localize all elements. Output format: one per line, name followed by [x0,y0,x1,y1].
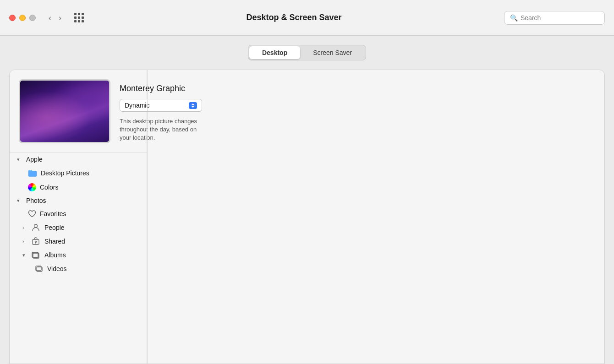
sidebar-item-videos[interactable]: Videos [10,262,147,276]
chevron-down-icon: ▾ [17,157,23,163]
left-panel: Monterey Graphic Dynamic This desktop pi… [10,70,147,364]
titlebar: ‹ › Desktop & Screen Saver 🔍 [0,0,614,36]
shared-icon [32,237,40,245]
chevron-down-icon: ▾ [22,252,29,258]
grid-dot [74,20,77,22]
tab-bar: Desktop Screen Saver [9,45,605,60]
search-icon: 🔍 [510,14,518,22]
window-controls [9,15,36,21]
video-album-icon [35,265,44,273]
sidebar-item-albums[interactable]: ▾ Albums [10,248,147,262]
close-button[interactable] [9,15,16,21]
wallpaper-preview[interactable] [19,79,110,143]
sidebar-item-desktop-pictures-label: Desktop Pictures [41,169,89,177]
sidebar-item-people-label: People [44,224,65,231]
search-input[interactable] [521,14,594,22]
description-text: This desktop picture changes throughout … [120,117,202,142]
main-content: Desktop Screen Saver Monterey Graphic Dy… [0,36,614,364]
arrow-down-icon [191,106,195,108]
dropdown-value: Dynamic [125,102,186,109]
svg-rect-1 [33,239,39,244]
chevron-down-icon: ▾ [17,198,23,204]
chevron-right-icon: › [22,225,29,230]
dropdown-arrows [189,102,197,109]
forward-button[interactable]: › [57,13,63,23]
sidebar-item-albums-label: Albums [44,251,66,259]
wallpaper-preview-image [20,81,109,142]
sidebar-item-colors-label: Colors [40,184,58,191]
album-icon [32,251,40,259]
grid-view-button[interactable] [74,13,84,22]
folder-icon [28,168,37,178]
back-button[interactable]: ‹ [47,13,53,23]
sidebar-item-shared[interactable]: › Shared [10,234,147,248]
search-box[interactable]: 🔍 [504,11,605,25]
grid-dot [78,16,80,19]
heart-icon [28,210,36,218]
sidebar-list: ▾ Apple Desktop Pictures Co [10,153,147,280]
dynamic-dropdown[interactable]: Dynamic [120,99,202,112]
grid-dot [74,16,77,19]
tab-desktop[interactable]: Desktop [249,46,300,59]
tab-group: Desktop Screen Saver [248,45,366,60]
colors-icon [28,183,36,191]
wallpaper-name: Monterey Graphic [120,84,202,93]
grid-dot [82,20,84,22]
sidebar-item-favorites-label: Favorites [40,210,66,217]
sidebar-item-videos-label: Videos [47,265,67,272]
sidebar-section-apple[interactable]: ▾ Apple [10,153,147,166]
sidebar-item-colors[interactable]: Colors [10,180,147,194]
grid-dot [82,13,84,15]
sidebar-item-favorites[interactable]: Favorites [10,207,147,221]
sidebar-section-photos[interactable]: ▾ Photos [10,194,147,207]
preview-info: Monterey Graphic Dynamic This desktop pi… [120,79,202,143]
tab-screen-saver[interactable]: Screen Saver [300,46,365,59]
nav-buttons: ‹ › [47,13,63,23]
preview-area: Monterey Graphic Dynamic This desktop pi… [10,70,147,153]
grid-dot [74,13,77,15]
grid-dot [78,13,80,15]
sidebar-item-desktop-pictures[interactable]: Desktop Pictures [10,166,147,180]
split-layout: Monterey Graphic Dynamic This desktop pi… [10,70,148,364]
wallpaper-grid [147,70,148,364]
grid-dot [82,16,84,19]
sidebar-section-apple-label: Apple [26,156,43,163]
content-panel: Monterey Graphic Dynamic This desktop pi… [9,70,605,364]
svg-point-2 [35,241,37,243]
svg-point-0 [34,224,38,228]
grid-dot [78,20,80,22]
arrow-up-icon [191,103,195,105]
sidebar-item-people[interactable]: › People [10,221,147,234]
person-icon [32,223,40,232]
maximize-button[interactable] [29,15,36,21]
minimize-button[interactable] [19,15,26,21]
chevron-right-icon: › [22,239,29,244]
sidebar-item-shared-label: Shared [44,238,65,245]
sidebar-section-photos-label: Photos [26,197,46,204]
window-title: Desktop & Screen Saver [91,13,497,22]
